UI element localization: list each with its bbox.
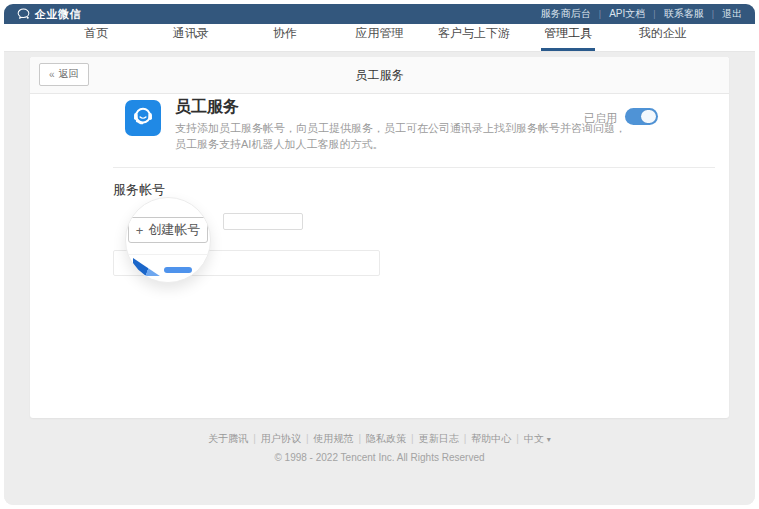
topbar-link-provider-console[interactable]: 服务商后台 [541, 7, 591, 21]
footer-language-selector[interactable]: 中文 ▾ [524, 433, 551, 444]
tab-customers[interactable]: 客户与上下游 [427, 24, 521, 51]
enable-toggle[interactable] [625, 108, 658, 125]
separator: | [358, 433, 361, 444]
separator: | [306, 433, 309, 444]
main-nav: 首页 通讯录 协作 应用管理 客户与上下游 管理工具 我的企业 [4, 24, 755, 52]
separator: | [653, 9, 655, 19]
service-accounts-section-title: 服务帐号 [113, 181, 165, 199]
chevron-down-icon: ▾ [547, 435, 551, 444]
tab-collaboration[interactable]: 协作 [238, 24, 332, 51]
create-account-button[interactable]: + 创建帐号 [128, 217, 208, 243]
footer-link-usage-rules[interactable]: 使用规范 [313, 433, 353, 444]
separator: | [464, 433, 467, 444]
footer-link-changelog[interactable]: 更新日志 [419, 433, 459, 444]
chat-bubble-icon [17, 8, 30, 20]
employee-service-app-icon [125, 100, 161, 136]
brand-name: 企业微信 [35, 7, 81, 22]
content-area: « 返回 员工服务 员工服务 支持添加员工 [4, 52, 755, 505]
tab-management-tools[interactable]: 管理工具 [521, 24, 615, 51]
separator: | [253, 433, 256, 444]
app-description: 支持添加员工服务帐号，向员工提供服务，员工可在公司通讯录上找到服务帐号并咨询问题… [175, 120, 627, 152]
topbar-link-logout[interactable]: 退出 [722, 7, 742, 21]
magnified-account-name-bar [164, 267, 192, 273]
footer-links: 关于腾讯|用户协议|使用规范|隐私政策|更新日志|帮助中心|中文 ▾ [4, 432, 755, 446]
magnifier-bubble: + 创建帐号 [125, 197, 211, 283]
footer-link-privacy-policy[interactable]: 隐私政策 [366, 433, 406, 444]
status-enabled-label: 已启用 [584, 111, 617, 126]
separator: | [411, 433, 414, 444]
topbar-link-api-docs[interactable]: API文档 [609, 7, 645, 21]
footer-link-help-center[interactable]: 帮助中心 [471, 433, 511, 444]
footer-link-about-tencent[interactable]: 关于腾讯 [208, 433, 248, 444]
app-window: 企业微信 服务商后台 | API文档 | 联系客服 | 退出 首页 通讯录 协作… [4, 4, 755, 505]
toggle-knob [641, 110, 656, 123]
separator: | [516, 433, 519, 444]
plus-icon: + [136, 223, 144, 238]
topbar: 企业微信 服务商后台 | API文档 | 联系客服 | 退出 [4, 4, 755, 24]
footer: 关于腾讯|用户协议|使用规范|隐私政策|更新日志|帮助中心|中文 ▾ © 199… [4, 432, 755, 463]
page-title: 员工服务 [30, 57, 729, 93]
section-divider [113, 167, 715, 168]
topbar-link-contact-support[interactable]: 联系客服 [664, 7, 704, 21]
brand-logo[interactable]: 企业微信 [17, 7, 81, 22]
headset-icon [130, 103, 156, 133]
tab-my-company[interactable]: 我的企业 [616, 24, 710, 51]
tab-home[interactable]: 首页 [49, 24, 143, 51]
separator: | [712, 9, 714, 19]
tab-contacts[interactable]: 通讯录 [143, 24, 237, 51]
create-account-button-label: 创建帐号 [148, 221, 200, 239]
magnified-list-border [126, 254, 210, 255]
topbar-links: 服务商后台 | API文档 | 联系客服 | 退出 [541, 7, 742, 21]
separator: | [599, 9, 601, 19]
account-empty-field[interactable] [223, 213, 303, 230]
employee-service-card: « 返回 员工服务 员工服务 支持添加员工 [30, 57, 729, 418]
tab-app-management[interactable]: 应用管理 [332, 24, 426, 51]
app-name: 员工服务 [175, 97, 239, 118]
card-header: « 返回 员工服务 [30, 57, 729, 94]
footer-link-user-agreement[interactable]: 用户协议 [261, 433, 301, 444]
footer-copyright: © 1998 - 2022 Tencent Inc. All Rights Re… [4, 452, 755, 463]
